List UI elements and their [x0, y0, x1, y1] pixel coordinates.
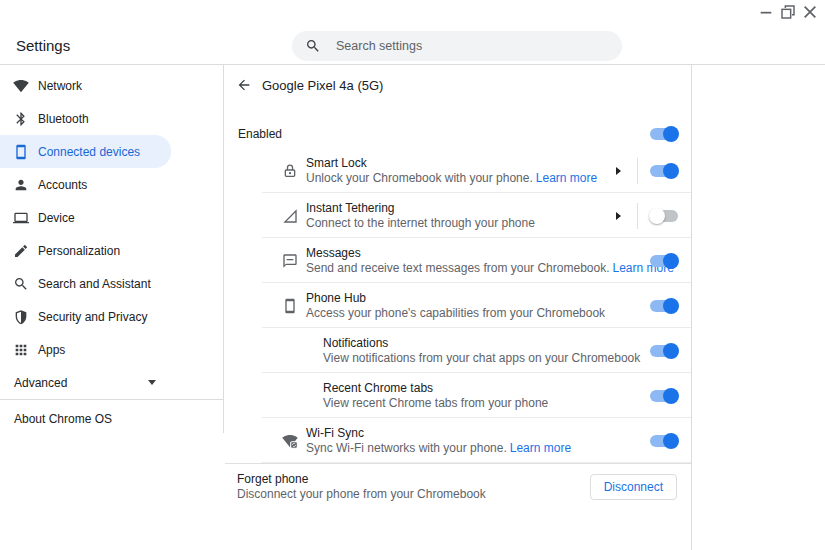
smartphone-icon	[13, 144, 29, 160]
row-detail-arrow-icon[interactable]	[616, 212, 621, 220]
smart-lock-learn-more-link[interactable]: Learn more	[536, 171, 597, 185]
titlebar: Settings	[0, 0, 825, 64]
bluetooth-icon	[13, 111, 29, 127]
messages-toggle[interactable]	[650, 255, 678, 267]
message-icon	[282, 253, 298, 269]
sidebar-item-bluetooth[interactable]: Bluetooth	[0, 102, 171, 135]
row-separator	[637, 203, 638, 229]
device-title: Google Pixel 4a (5G)	[262, 78, 383, 93]
cell-signal-icon	[282, 208, 298, 224]
recent-chrome-tabs-row: Recent Chrome tabs View recent Chrome ta…	[225, 373, 691, 418]
phone-hub-toggle[interactable]	[650, 300, 678, 312]
forget-phone-subtitle: Disconnect your phone from your Chromebo…	[237, 487, 486, 502]
phone-hub-row: Phone Hub Access your phone's capabiliti…	[225, 283, 691, 328]
sidebar-item-connected-devices[interactable]: Connected devices	[0, 135, 171, 168]
apps-grid-icon	[13, 342, 29, 358]
forget-phone-title: Forget phone	[237, 472, 486, 487]
connected-device-panel: Google Pixel 4a (5G) Enabled Smart Lock …	[225, 65, 691, 509]
sidebar-item-personalization[interactable]: Personalization	[0, 234, 171, 267]
wi-fi-sync-toggle[interactable]	[650, 435, 678, 447]
sidebar-content-divider	[223, 65, 224, 433]
sidebar-item-apps[interactable]: Apps	[0, 333, 171, 366]
search-input[interactable]	[334, 38, 588, 54]
smartphone-icon	[282, 298, 298, 314]
search-icon	[305, 38, 321, 54]
instant-tethering-row: Instant Tethering Connect to the interne…	[225, 193, 691, 238]
sidebar-item-advanced[interactable]: Advanced	[0, 366, 171, 399]
enabled-toggle[interactable]	[650, 128, 678, 140]
instant-tethering-toggle[interactable]	[650, 210, 678, 222]
enabled-row: Enabled	[225, 119, 691, 148]
disconnect-button[interactable]: Disconnect	[590, 474, 677, 500]
notifications-toggle[interactable]	[650, 345, 678, 357]
pen-icon	[13, 243, 29, 259]
sidebar-item-security-and-privacy[interactable]: Security and Privacy	[0, 300, 171, 333]
wi-fi-sync-row: Wi-Fi Sync Sync Wi-Fi networks with your…	[225, 418, 691, 463]
shield-icon	[13, 309, 29, 325]
forget-phone-row: Forget phone Disconnect your phone from …	[225, 463, 691, 509]
chevron-down-icon	[148, 380, 156, 385]
recent-chrome-tabs-toggle[interactable]	[650, 390, 678, 402]
messages-row: Messages Send and receive text messages …	[225, 238, 691, 283]
content-right-divider	[691, 65, 692, 550]
notifications-row: Notifications View notifications from yo…	[225, 328, 691, 373]
lock-icon	[282, 163, 298, 179]
app-title: Settings	[16, 37, 70, 54]
sidebar-item-accounts[interactable]: Accounts	[0, 168, 171, 201]
smart-lock-toggle[interactable]	[650, 165, 678, 177]
device-header: Google Pixel 4a (5G)	[225, 65, 691, 105]
sidebar-item-about-chrome-os[interactable]: About Chrome OS	[0, 400, 223, 438]
row-detail-arrow-icon[interactable]	[616, 167, 621, 175]
wifi-icon	[13, 78, 29, 94]
search-icon	[13, 276, 29, 292]
back-arrow-icon[interactable]	[234, 75, 254, 95]
wifi-sync-icon	[282, 433, 298, 449]
enabled-label: Enabled	[238, 127, 282, 141]
row-separator	[637, 158, 638, 184]
person-icon	[13, 177, 29, 193]
wi-fi-sync-learn-more-link[interactable]: Learn more	[510, 441, 571, 455]
restore-icon[interactable]	[777, 3, 799, 21]
sidebar-item-search-and-assistant[interactable]: Search and Assistant	[0, 267, 171, 300]
smart-lock-row: Smart Lock Unlock your Chromebook with y…	[225, 148, 691, 193]
minimize-icon[interactable]	[755, 3, 777, 21]
window-controls	[755, 3, 821, 21]
sidebar: Network Bluetooth Connected devices Acco…	[0, 69, 223, 438]
close-icon[interactable]	[799, 3, 821, 21]
sidebar-item-device[interactable]: Device	[0, 201, 171, 234]
settings-searchbar[interactable]	[292, 31, 622, 61]
sidebar-item-network[interactable]: Network	[0, 69, 171, 102]
laptop-icon	[13, 210, 29, 226]
